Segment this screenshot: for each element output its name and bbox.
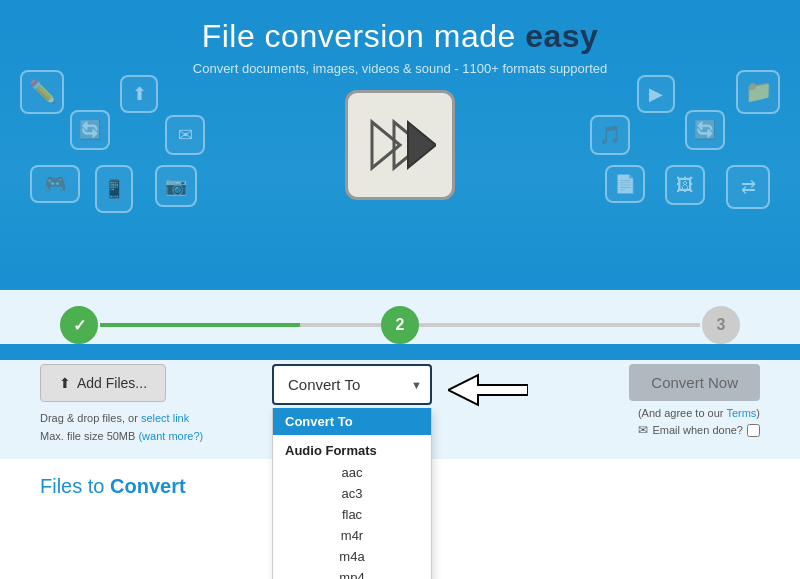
steps-section: ✓ 2 3: [0, 290, 800, 344]
convert-to-wrapper: Convert Toaacac3flacm4rm4amp4: [272, 364, 432, 405]
convert-to-dropdown: Convert To Audio Formats aac ac3 flac m4…: [272, 408, 432, 579]
center-section: Convert Toaacac3flacm4rm4amp4 Convert To…: [272, 364, 432, 405]
email-checkbox[interactable]: [747, 424, 760, 437]
dropdown-item-aac[interactable]: aac: [273, 462, 431, 483]
add-files-icon: ⬆: [59, 375, 71, 391]
convert-to-select[interactable]: Convert Toaacac3flacm4rm4amp4: [272, 364, 432, 405]
want-more-link[interactable]: (want more?): [138, 430, 203, 442]
email-icon: ✉: [638, 423, 648, 437]
hero-section: ✏️ 🔄 ⬆ ✉ 🎮 📱 📷 📁 🔄 ▶ 🎵 ⇄ 🖼 📄 File conver…: [0, 0, 800, 290]
svg-marker-2: [408, 122, 436, 168]
dropdown-item-m4a[interactable]: m4a: [273, 546, 431, 567]
dropdown-item-m4r[interactable]: m4r: [273, 525, 431, 546]
dropdown-item-ac3[interactable]: ac3: [273, 483, 431, 504]
email-when-done-label: Email when done?: [652, 424, 743, 436]
step-2-label: 2: [396, 316, 405, 334]
terms-link[interactable]: Terms: [726, 407, 756, 419]
step-3-label: 3: [717, 316, 726, 334]
hero-subtitle: Convert documents, images, videos & soun…: [20, 61, 780, 76]
steps-track: ✓ 2 3: [60, 306, 740, 344]
arrow-svg: [448, 370, 528, 410]
convert-now-label: Convert Now: [651, 374, 738, 391]
step-2-circle: 2: [381, 306, 419, 344]
file-info: Drag & drop files, or select link Max. f…: [40, 410, 256, 445]
dropdown-header: Convert To: [273, 408, 431, 435]
arrow-indicator: [448, 370, 528, 410]
files-label: Files: [40, 475, 82, 497]
logo-area: [20, 90, 780, 200]
hero-title-easy: easy: [525, 18, 598, 54]
add-files-button[interactable]: ⬆ Add Files...: [40, 364, 166, 402]
svg-marker-0: [372, 122, 400, 168]
step-1-label: ✓: [73, 316, 86, 335]
logo-box: [345, 90, 455, 200]
right-section: Convert Now (And agree to our Terms) ✉ E…: [544, 364, 760, 437]
drag-text: Drag & drop files, or: [40, 412, 138, 424]
to-label: to: [82, 475, 110, 497]
logo-svg: [364, 114, 436, 176]
terms-text: (And agree to our Terms): [544, 407, 760, 419]
step-1-circle: ✓: [60, 306, 98, 344]
max-size-text: Max. file size 50MB: [40, 430, 135, 442]
step-line-progress: [100, 323, 300, 327]
page-title: File conversion made easy: [20, 18, 780, 55]
step-3-circle: 3: [702, 306, 740, 344]
dropdown-item-mp4[interactable]: mp4: [273, 567, 431, 579]
select-link[interactable]: select link: [141, 412, 189, 424]
dropdown-category: Audio Formats: [273, 435, 431, 462]
convert-now-button[interactable]: Convert Now: [629, 364, 760, 401]
dropdown-item-flac[interactable]: flac: [273, 504, 431, 525]
email-row: ✉ Email when done?: [544, 423, 760, 437]
controls-row: ⬆ Add Files... Drag & drop files, or sel…: [0, 360, 800, 459]
left-section: ⬆ Add Files... Drag & drop files, or sel…: [40, 364, 256, 445]
add-files-label: Add Files...: [77, 375, 147, 391]
svg-marker-3: [448, 375, 528, 405]
convert-label: Convert: [110, 475, 186, 497]
